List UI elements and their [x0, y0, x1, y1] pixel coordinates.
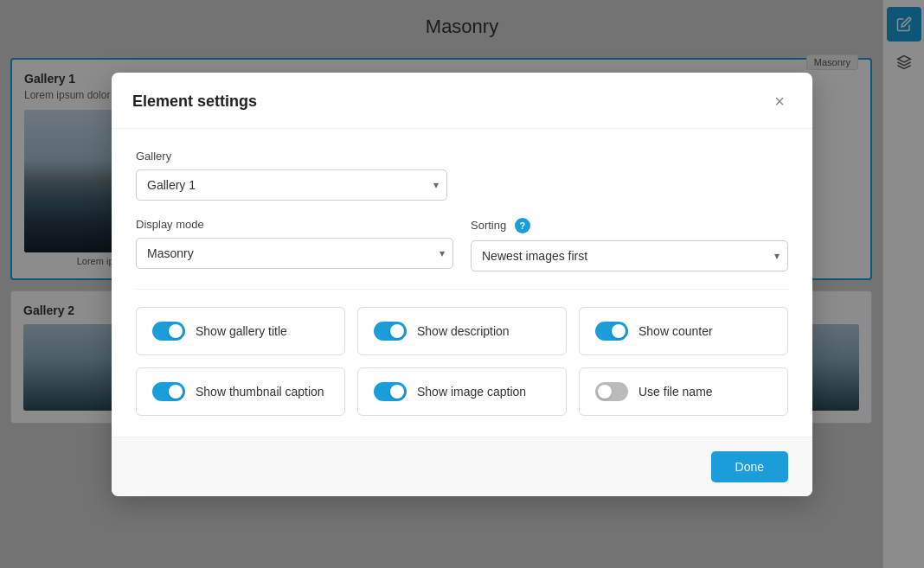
- display-mode-select-wrapper: Masonry Grid Slideshow ▾: [136, 238, 453, 269]
- show-image-caption-toggle[interactable]: [374, 382, 407, 401]
- sorting-select[interactable]: Newest images first Oldest images first …: [471, 240, 788, 271]
- show-thumbnail-caption-label: Show thumbnail caption: [196, 385, 324, 399]
- show-image-caption-label: Show image caption: [417, 385, 526, 399]
- display-mode-label: Display mode: [136, 218, 453, 231]
- show-counter-toggle[interactable]: [595, 322, 628, 341]
- show-counter-track: [595, 322, 628, 341]
- modal-title: Element settings: [132, 93, 257, 111]
- show-description-track: [374, 322, 407, 341]
- toggle-card-show-thumbnail-caption: Show thumbnail caption: [136, 367, 345, 416]
- modal-footer: Done: [112, 437, 812, 496]
- toggle-card-show-gallery-title: Show gallery title: [136, 307, 345, 355]
- modal-close-button[interactable]: ×: [767, 90, 792, 114]
- section-divider: [136, 289, 788, 290]
- show-counter-thumb: [612, 324, 626, 338]
- modal-body: Gallery Gallery 1 Gallery 2 ▾ Display mo…: [112, 129, 812, 437]
- show-gallery-title-track: [152, 322, 185, 341]
- show-counter-label: Show counter: [638, 324, 713, 338]
- display-sorting-row: Display mode Masonry Grid Slideshow ▾ So…: [136, 218, 788, 271]
- display-mode-select[interactable]: Masonry Grid Slideshow: [136, 238, 453, 269]
- element-settings-modal: Element settings × Gallery Gallery 1 Gal…: [112, 73, 812, 496]
- show-image-caption-thumb: [390, 385, 404, 399]
- sorting-help-icon[interactable]: ?: [515, 218, 530, 233]
- use-file-name-thumb: [598, 385, 612, 399]
- modal-header: Element settings ×: [112, 73, 812, 129]
- show-gallery-title-label: Show gallery title: [196, 324, 287, 338]
- toggle-card-show-counter: Show counter: [579, 307, 788, 355]
- gallery-select[interactable]: Gallery 1 Gallery 2: [136, 169, 447, 201]
- show-thumbnail-caption-track: [152, 382, 185, 401]
- show-description-label: Show description: [417, 324, 510, 338]
- done-button[interactable]: Done: [711, 451, 788, 482]
- gallery-label: Gallery: [136, 150, 788, 163]
- show-image-caption-track: [374, 382, 407, 401]
- sorting-label: Sorting ?: [471, 218, 788, 233]
- show-thumbnail-caption-thumb: [169, 385, 183, 399]
- toggles-grid: Show gallery title Show description: [136, 307, 788, 416]
- show-thumbnail-caption-toggle[interactable]: [152, 382, 185, 401]
- use-file-name-label: Use file name: [638, 385, 713, 399]
- modal-overlay: Element settings × Gallery Gallery 1 Gal…: [0, 0, 924, 568]
- sorting-field: Sorting ? Newest images first Oldest ima…: [471, 218, 788, 271]
- gallery-field: Gallery Gallery 1 Gallery 2 ▾: [136, 150, 788, 201]
- gallery-select-wrapper: Gallery 1 Gallery 2 ▾: [136, 169, 447, 201]
- show-description-thumb: [390, 324, 404, 338]
- show-description-toggle[interactable]: [374, 322, 407, 341]
- toggle-card-show-description: Show description: [357, 307, 567, 355]
- use-file-name-toggle[interactable]: [595, 382, 628, 401]
- display-mode-field: Display mode Masonry Grid Slideshow ▾: [136, 218, 453, 271]
- toggle-card-show-image-caption: Show image caption: [357, 367, 567, 416]
- use-file-name-track: [595, 382, 628, 401]
- sorting-select-wrapper: Newest images first Oldest images first …: [471, 240, 788, 271]
- show-gallery-title-thumb: [169, 324, 183, 338]
- toggle-card-use-file-name: Use file name: [579, 367, 788, 416]
- show-gallery-title-toggle[interactable]: [152, 322, 185, 341]
